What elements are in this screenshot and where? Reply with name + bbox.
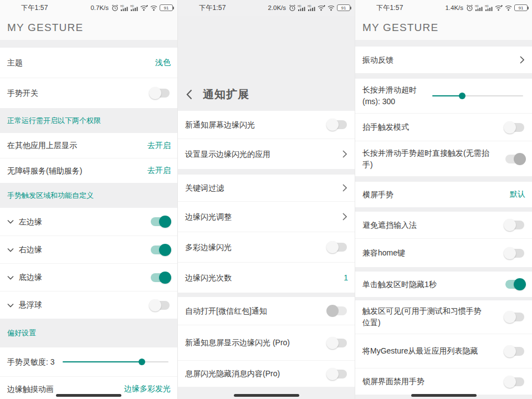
- row-vibration[interactable]: 振动反馈: [355, 47, 532, 73]
- new-notification-flash-toggle[interactable]: [328, 120, 347, 129]
- label-wrap: 底边缘: [7, 272, 42, 283]
- signal-hd-icon: HD: [308, 4, 316, 12]
- row-aod-flash[interactable]: 新通知息屏显示边缘闪光 (Pro): [178, 325, 355, 360]
- toggle-knob: [159, 244, 171, 256]
- gesture-switch-toggle[interactable]: [151, 89, 170, 98]
- chevron-right-icon: [342, 150, 347, 158]
- row-hide-from-recents[interactable]: 将MyGesture从最近应用列表隐藏: [355, 334, 532, 368]
- direct-trigger-toggle[interactable]: [505, 155, 524, 163]
- wechat-redpacket-toggle[interactable]: [328, 306, 347, 315]
- group-flash-basic: 新通知屏幕边缘闪光 设置显示边缘闪光的应用: [178, 111, 355, 169]
- toggle-knob: [326, 368, 339, 380]
- slider-fill: [63, 361, 142, 362]
- app-top: 下午1:57 0.7K/s HD HD 91 MY GESTURE: [0, 0, 177, 40]
- row-lockscreen-disable[interactable]: 锁屏界面禁用手势: [355, 368, 532, 395]
- right-edge-toggle[interactable]: [151, 245, 170, 254]
- lift-trigger-toggle[interactable]: [505, 123, 524, 132]
- colorful-flash-toggle[interactable]: [328, 243, 347, 252]
- row-label: 长按并滑动超时(ms): 300: [362, 84, 424, 108]
- svg-text:HD: HD: [298, 4, 301, 7]
- group-flash-advanced: 自动打开[微信红包]通知 新通知息屏显示边缘闪光 (Pro) 息屏闪光隐藏消息内…: [178, 297, 355, 387]
- row-direct-trigger[interactable]: 长按并滑动手势超时直接触发(无需抬手): [355, 141, 532, 176]
- bottom-edge-toggle[interactable]: [151, 273, 170, 282]
- signal-hd-icon: HD: [120, 4, 129, 12]
- go-enable-link[interactable]: 去开启: [147, 141, 171, 151]
- row-label: 新通知屏幕边缘闪光: [185, 119, 255, 131]
- row-label: 设置显示边缘闪光的应用: [185, 149, 270, 160]
- toggle-knob: [504, 376, 516, 388]
- back-icon[interactable]: [186, 89, 192, 100]
- row-bottom-edge[interactable]: 底边缘: [0, 263, 177, 291]
- chevron-right-icon: [342, 213, 347, 221]
- signal-hd-icon: HD: [130, 4, 139, 12]
- network-speed: 2.0K/s: [268, 4, 286, 11]
- timeout-slider[interactable]: [432, 92, 523, 100]
- chevron-down-icon[interactable]: [7, 219, 14, 224]
- row-sensitivity: 手势灵敏度: 3: [0, 347, 177, 376]
- ime-avoid-toggle[interactable]: [505, 221, 524, 229]
- status-icons: 2.0K/s HD HD 91: [268, 4, 350, 12]
- zone-visible-toggle[interactable]: [505, 313, 524, 321]
- wifi-icon: [328, 4, 335, 11]
- panel-main-settings: 下午1:57 0.7K/s HD HD 91 MY GESTURE 主题 浅色 …: [0, 0, 177, 399]
- row-ime-avoid[interactable]: 避免遮挡输入法: [355, 212, 532, 238]
- battery-icon: 91: [337, 4, 350, 11]
- hide-1s-toggle[interactable]: [505, 280, 524, 289]
- chevron-down-icon[interactable]: [7, 275, 14, 280]
- divider: [0, 40, 177, 48]
- float-ball-toggle[interactable]: [151, 301, 170, 310]
- row-left-edge[interactable]: 左边缘: [0, 208, 177, 236]
- status-icons: 1.4K/s HD HD 91: [445, 4, 528, 12]
- battery-level: 91: [164, 6, 169, 11]
- row-landscape-gesture[interactable]: 横屏手势 默认: [355, 182, 532, 207]
- row-overlay-permission[interactable]: 在其他应用上层显示 去开启: [0, 133, 177, 158]
- slider-fill: [432, 95, 462, 96]
- chevron-down-icon[interactable]: [7, 248, 14, 252]
- toggle-knob: [514, 153, 526, 165]
- page-header: 通知扩展: [178, 78, 355, 111]
- row-label: 自动打开[微信红包]通知: [185, 305, 267, 317]
- home-indicator[interactable]: [56, 394, 121, 397]
- row-home-compat[interactable]: 兼容home键: [355, 238, 532, 267]
- flash-count-value: 1: [344, 273, 348, 282]
- slider-thumb[interactable]: [139, 359, 145, 365]
- row-colorful-flash[interactable]: 多彩边缘闪光: [178, 232, 355, 262]
- aod-hide-content-toggle[interactable]: [328, 370, 347, 378]
- battery-icon: 91: [160, 4, 173, 11]
- row-lift-trigger-mode[interactable]: 抬手触发模式: [355, 113, 532, 141]
- row-gesture-switch[interactable]: 手势开关: [0, 78, 177, 108]
- svg-text:HD: HD: [308, 4, 311, 7]
- status-bar: 下午1:57 2.0K/s HD HD 91: [178, 0, 355, 16]
- go-enable-link[interactable]: 去开启: [147, 166, 171, 176]
- row-label: 锁屏界面禁用手势: [362, 376, 424, 387]
- row-flash-adjust[interactable]: 边缘闪光调整: [178, 201, 355, 232]
- left-edge-toggle[interactable]: [151, 217, 170, 226]
- sensitivity-slider[interactable]: [63, 358, 168, 366]
- row-flash-count[interactable]: 边缘闪光次数 1: [178, 262, 355, 293]
- battery-icon: 91: [514, 4, 528, 11]
- row-float-ball[interactable]: 悬浮球: [0, 291, 177, 319]
- slider-thumb[interactable]: [459, 93, 466, 99]
- battery-level: 91: [519, 6, 524, 11]
- row-wechat-redpacket[interactable]: 自动打开[微信红包]通知: [178, 297, 355, 325]
- row-flash-apps[interactable]: 设置显示边缘闪光的应用: [178, 139, 355, 169]
- row-right-edge[interactable]: 右边缘: [0, 236, 177, 263]
- row-theme[interactable]: 主题 浅色: [0, 48, 177, 78]
- home-compat-toggle[interactable]: [505, 249, 524, 258]
- home-indicator[interactable]: [411, 394, 477, 397]
- row-hide-1s[interactable]: 单击触发区时隐藏1秒: [355, 272, 532, 297]
- home-indicator[interactable]: [234, 394, 299, 397]
- toggle-knob: [326, 305, 339, 317]
- aod-flash-toggle[interactable]: [328, 339, 347, 347]
- row-aod-hide-content[interactable]: 息屏闪光隐藏消息内容(Pro): [178, 360, 355, 387]
- lockscreen-disable-toggle[interactable]: [505, 377, 524, 386]
- chevron-down-icon[interactable]: [7, 303, 14, 308]
- group-misc: 触发区可见(可用于测试和习惯手势位置) 将MyGesture从最近应用列表隐藏 …: [355, 300, 532, 395]
- row-zone-visible[interactable]: 触发区可见(可用于测试和习惯手势位置): [355, 300, 532, 334]
- row-accessibility-permission[interactable]: 无障碍服务(辅助服务) 去开启: [0, 158, 177, 183]
- wifi-icon: [150, 4, 158, 11]
- hide-from-recents-toggle[interactable]: [505, 347, 524, 356]
- row-keyword-filter[interactable]: 关键词过滤: [178, 175, 355, 201]
- section-trigger-areas: 手势触发区域和功能自定义: [0, 183, 177, 208]
- row-new-notification-flash[interactable]: 新通知屏幕边缘闪光: [178, 111, 355, 139]
